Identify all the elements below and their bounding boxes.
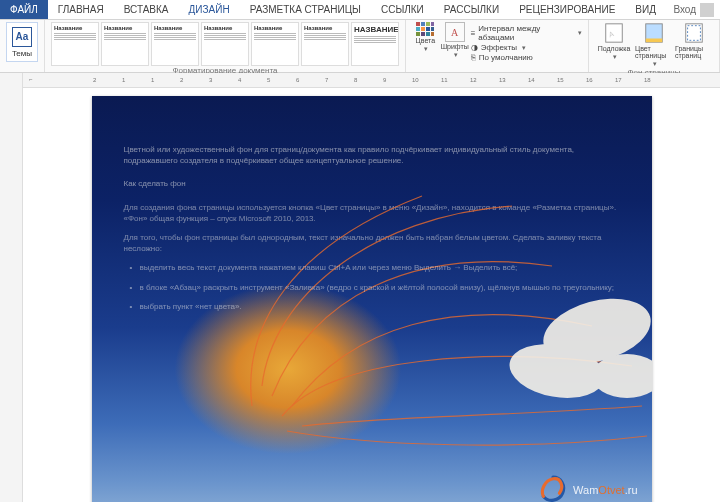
group-colors-fonts: Цвета ▾ A Шрифты ▾ ≡Интервал между абзац… bbox=[406, 20, 589, 72]
themes-button[interactable]: Aa Темы bbox=[6, 22, 38, 62]
chevron-down-icon: ▾ bbox=[578, 29, 582, 37]
effects-icon: ◑ bbox=[471, 43, 478, 52]
doc-bullet: выделить весь текст документа нажатием к… bbox=[124, 262, 620, 273]
page: Цветной или художественный фон для стран… bbox=[92, 96, 652, 502]
ruler-tick: 2 bbox=[180, 77, 183, 83]
document-workspace[interactable]: Цветной или художественный фон для стран… bbox=[23, 88, 720, 502]
tab-design[interactable]: ДИЗАЙН bbox=[179, 0, 240, 19]
style-set[interactable]: Название bbox=[151, 22, 199, 66]
doc-paragraph: Для того, чтобы фон страницы был однород… bbox=[124, 232, 620, 254]
tab-view[interactable]: ВИД bbox=[625, 0, 666, 19]
fonts-button[interactable]: A Шрифты ▾ bbox=[441, 22, 469, 59]
logo-icon bbox=[537, 474, 569, 502]
ruler-tick: 8 bbox=[354, 77, 357, 83]
style-set[interactable]: Название bbox=[201, 22, 249, 66]
paragraph-spacing-button[interactable]: ≡Интервал между абзацами▾ bbox=[471, 24, 582, 42]
chevron-down-icon: ▾ bbox=[522, 44, 526, 52]
style-set[interactable]: Название bbox=[101, 22, 149, 66]
horizontal-ruler[interactable]: ⌐ 21123456789101112131415161718 bbox=[23, 73, 720, 88]
doc-paragraph: Для создания фона страницы используется … bbox=[124, 202, 620, 224]
themes-icon: Aa bbox=[12, 27, 32, 47]
page-color-button[interactable]: Цвет страницы ▾ bbox=[635, 22, 673, 68]
style-set[interactable]: Название bbox=[251, 22, 299, 66]
themes-label: Темы bbox=[12, 49, 32, 58]
site-watermark: WamOtvet.ru bbox=[537, 474, 637, 502]
vertical-ruler[interactable] bbox=[0, 73, 23, 502]
chevron-down-icon: ▾ bbox=[653, 60, 657, 68]
ruler-tick: 13 bbox=[499, 77, 506, 83]
tab-bar: ФАЙЛ ГЛАВНАЯ ВСТАВКА ДИЗАЙН РАЗМЕТКА СТР… bbox=[0, 0, 720, 20]
doc-heading: Как сделать фон bbox=[124, 178, 620, 189]
svg-rect-3 bbox=[646, 39, 663, 43]
ruler-tick: 2 bbox=[93, 77, 96, 83]
ruler-tick: 10 bbox=[412, 77, 419, 83]
spacing-icon: ≡ bbox=[471, 29, 476, 38]
ruler-tick: 14 bbox=[528, 77, 535, 83]
ruler-tick: 7 bbox=[325, 77, 328, 83]
ribbon: Aa Темы Название Название Название Назва… bbox=[0, 20, 720, 73]
svg-point-7 bbox=[505, 337, 609, 405]
watermark-button[interactable]: A Подложка ▾ bbox=[595, 22, 633, 68]
chevron-down-icon: ▾ bbox=[613, 53, 617, 61]
ruler-tick: 6 bbox=[296, 77, 299, 83]
tab-mailings[interactable]: РАССЫЛКИ bbox=[434, 0, 509, 19]
ruler-tick: 4 bbox=[238, 77, 241, 83]
group-page-background: A Подложка ▾ Цвет страницы ▾ Границы стр… bbox=[589, 20, 720, 72]
ruler-tick: 16 bbox=[586, 77, 593, 83]
ruler-tick: 12 bbox=[470, 77, 477, 83]
tab-selector[interactable]: ⌐ bbox=[29, 76, 33, 82]
style-set[interactable]: НАЗВАНИЕ bbox=[351, 22, 399, 66]
ruler-tick: 3 bbox=[209, 77, 212, 83]
doc-paragraph: Цветной или художественный фон для стран… bbox=[124, 144, 620, 166]
group-doc-formatting: Название Название Название Название Назв… bbox=[45, 20, 406, 72]
style-set[interactable]: Название bbox=[51, 22, 99, 66]
colors-icon bbox=[416, 22, 434, 36]
doc-bullet: в блоке «Абзац» раскрыть инструмент «Зал… bbox=[124, 282, 620, 293]
ruler-tick: 1 bbox=[151, 77, 154, 83]
logo-text: WamOtvet.ru bbox=[573, 484, 637, 496]
login-area[interactable]: Вход bbox=[673, 0, 720, 19]
fonts-icon: A bbox=[445, 22, 465, 42]
tab-review[interactable]: РЕЦЕНЗИРОВАНИЕ bbox=[509, 0, 625, 19]
page-borders-button[interactable]: Границы страниц bbox=[675, 22, 713, 68]
ruler-tick: 17 bbox=[615, 77, 622, 83]
style-set[interactable]: Название bbox=[301, 22, 349, 66]
page-color-icon bbox=[643, 22, 665, 44]
group-themes: Aa Темы bbox=[0, 20, 45, 72]
tab-page-layout[interactable]: РАЗМЕТКА СТРАНИЦЫ bbox=[240, 0, 371, 19]
ruler-tick: 15 bbox=[557, 77, 564, 83]
ruler-tick: 1 bbox=[122, 77, 125, 83]
svg-rect-4 bbox=[686, 24, 703, 42]
tab-file[interactable]: ФАЙЛ bbox=[0, 0, 48, 19]
avatar-icon bbox=[700, 3, 714, 17]
ruler-tick: 9 bbox=[383, 77, 386, 83]
borders-icon bbox=[683, 22, 705, 44]
chevron-down-icon: ▾ bbox=[424, 45, 428, 53]
colors-button[interactable]: Цвета ▾ bbox=[412, 22, 439, 53]
login-label: Вход bbox=[673, 4, 696, 15]
chevron-down-icon: ▾ bbox=[454, 51, 458, 59]
set-default-button[interactable]: ⎘По умолчанию bbox=[471, 53, 582, 62]
ruler-tick: 5 bbox=[267, 77, 270, 83]
effects-button[interactable]: ◑Эффекты▾ bbox=[471, 43, 582, 52]
svg-point-8 bbox=[592, 354, 652, 398]
tab-references[interactable]: ССЫЛКИ bbox=[371, 0, 434, 19]
doc-bullet: выбрать пункт «нет цвета». bbox=[124, 301, 620, 312]
ruler-tick: 18 bbox=[644, 77, 651, 83]
ruler-tick: 11 bbox=[441, 77, 448, 83]
tab-home[interactable]: ГЛАВНАЯ bbox=[48, 0, 114, 19]
watermark-icon: A bbox=[603, 22, 625, 44]
tab-insert[interactable]: ВСТАВКА bbox=[114, 0, 179, 19]
default-icon: ⎘ bbox=[471, 53, 476, 62]
